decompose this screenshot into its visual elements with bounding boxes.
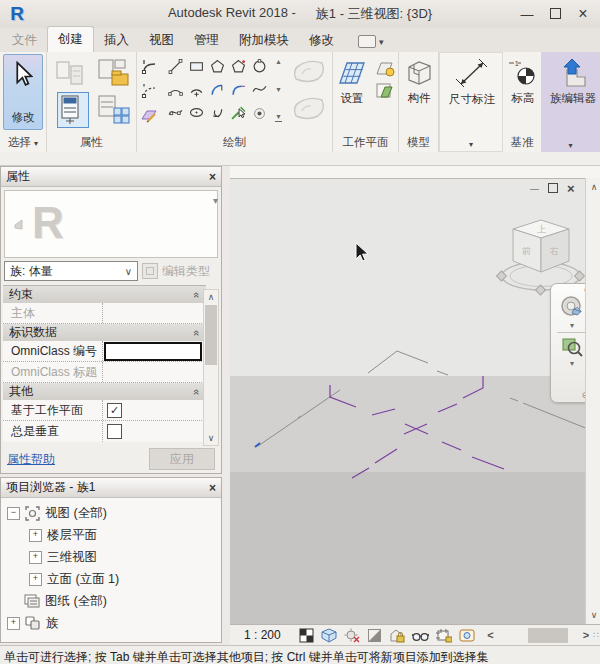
checkbox-unchecked[interactable] [107,424,122,439]
draw-spline-through-points-icon[interactable] [165,102,185,123]
draw-polygon-circumscribed-icon[interactable] [228,56,248,77]
shadows-icon[interactable] [367,628,382,643]
collapse-chevron-icon[interactable]: « [191,329,203,335]
collapse-chevron-icon[interactable]: « [191,291,203,297]
row-host[interactable]: 主体 [3,303,206,324]
scroll-up-icon[interactable]: ∧ [204,292,218,302]
project-browser-close-icon[interactable]: × [209,481,216,495]
family-editor-button[interactable]: 族编辑器 [550,57,596,106]
preview-dropdown-icon[interactable]: ▾ [213,195,218,206]
draw-arc-tangent-icon[interactable] [207,79,227,100]
tree-item-views[interactable]: − 视图 (全部) [1,502,221,524]
resize-grip-icon[interactable]: ∷ [593,630,600,640]
group-identity-data[interactable]: 标识数据 « [3,324,206,341]
expand-box-icon[interactable]: + [7,617,20,630]
row-omniclass-number[interactable]: OmniClass 编号 [3,341,206,362]
tab-manage[interactable]: 管理 [184,28,229,52]
omniclass-number-input[interactable] [104,342,202,361]
properties-panel-label[interactable]: 属性 [47,135,136,150]
model-panel-label[interactable]: 模型 [399,135,438,150]
group-other[interactable]: 其他 « [3,383,206,400]
view-restore-icon[interactable] [548,183,558,195]
draw-circle-icon[interactable] [249,56,269,77]
row-always-vertical[interactable]: 总是垂直 [3,421,206,442]
expand-box-icon[interactable]: + [29,573,42,586]
tab-file[interactable]: 文件 [2,28,47,52]
crop-view-icon[interactable] [436,628,452,643]
steering-wheel-icon[interactable] [559,295,585,321]
apply-button[interactable]: 应用 [149,448,215,470]
select-panel-label[interactable]: 选择 ▾ [0,135,46,150]
work-plane-panel-label[interactable]: 工作平面 [333,135,398,150]
level-button[interactable]: 1 标高 [508,57,538,106]
modify-button[interactable]: 修改 [3,54,43,130]
draw-polygon-inscribed-icon[interactable] [207,56,227,77]
reveal-hidden-icon[interactable] [459,628,475,643]
visual-style-icon[interactable] [321,628,337,643]
reference-line-icon[interactable] [139,80,159,101]
properties-scrollbar[interactable]: ∧ ∨ [203,289,219,446]
tree-item-sheets[interactable]: 图纸 (全部) [1,590,221,612]
scrollbar-thumb[interactable] [528,628,568,643]
zoom-region-icon[interactable] [560,335,584,359]
scroll-down-icon[interactable]: ∨ [587,610,600,620]
horizontal-scrollbar[interactable] [498,628,579,643]
reference-plane-icon[interactable] [139,104,159,125]
component-button[interactable]: 构件 [403,57,435,106]
collapse-chevron-icon[interactable]: « [191,388,203,394]
tree-item-3d-views[interactable]: + 三维视图 [1,546,221,568]
scroll-right-icon[interactable]: > [583,629,589,641]
tab-modify[interactable]: 修改 [299,28,344,52]
scroll-up-icon[interactable]: ∧ [587,182,600,192]
tree-item-families[interactable]: + 族 [1,612,221,634]
lock-3d-view-icon[interactable] [389,628,405,643]
draw-arc-fillet-icon[interactable] [228,79,248,100]
draw-arc-center-ends-icon[interactable] [186,79,206,100]
view-minimize-icon[interactable]: — [530,184,539,194]
edit-type-button[interactable]: 编辑类型 [142,263,210,280]
tree-item-elevations[interactable]: + 立面 (立面 1) [1,568,221,590]
drawing-area[interactable]: — × 上 前 右 ⊗ [230,166,600,624]
model-line-icon[interactable] [139,56,159,77]
wheel-dropdown-icon[interactable]: ▾ [570,321,574,330]
row-work-plane-based[interactable]: 基于工作平面 ✓ [3,400,206,421]
scroll-down-icon[interactable]: ∨ [204,433,218,443]
draw-ellipse-icon[interactable] [186,102,206,123]
draw-rectangle-icon[interactable] [186,56,206,77]
tab-addins[interactable]: 附加模块 [229,28,299,52]
family-types-icon[interactable] [55,58,85,90]
draw-point-icon[interactable] [249,102,269,123]
properties-header[interactable]: 属性 × [1,167,221,187]
detail-level-icon[interactable] [299,628,314,643]
temporary-hide-isolate-icon[interactable] [412,628,429,643]
sun-path-icon[interactable] [344,628,360,643]
draw-spline-icon[interactable] [249,79,269,100]
expand-box-icon[interactable]: + [29,551,42,564]
scroll-left-icon[interactable]: < [487,629,493,641]
draw-arc-three-point-icon[interactable] [165,79,185,100]
tree-item-floor-plans[interactable]: + 楼层平面 [1,524,221,546]
scrollbar-thumb[interactable] [205,305,217,365]
type-preview[interactable]: R [4,190,218,258]
tab-insert[interactable]: 插入 [94,28,139,52]
project-browser-header[interactable]: 项目浏览器 - 族1 × [1,478,221,498]
draw-line-icon[interactable] [165,56,185,77]
zoom-dropdown-icon[interactable]: ▾ [570,359,574,368]
aligned-dimension-button[interactable]: 尺寸标注 [449,58,495,107]
family-editor-panel-flyout[interactable]: ▾ [542,138,599,150]
properties-help-link[interactable]: 属性帮助 [7,451,55,468]
tab-create[interactable]: 创建 [47,26,94,52]
collapse-box-icon[interactable]: − [7,507,20,520]
dimension-panel-flyout[interactable]: ▾ [440,137,502,149]
draw-scroll-down-icon[interactable]: ▼ [275,86,282,94]
view-close-icon[interactable]: × [567,181,575,196]
draw-partial-ellipse-icon[interactable] [207,102,227,123]
family-category-icon[interactable] [97,94,131,126]
scale-control[interactable]: 1 : 200 [244,628,293,642]
draw-flyout-icon[interactable]: ▼ [275,113,282,122]
ribbon-display-toggle[interactable]: ▾ [358,35,384,48]
draw-scroll-up-icon[interactable]: ▲ [275,58,282,66]
group-constraints[interactable]: 约束 « [3,286,206,303]
properties-close-icon[interactable]: × [209,170,216,184]
row-omniclass-title[interactable]: OmniClass 标题 [3,362,206,383]
